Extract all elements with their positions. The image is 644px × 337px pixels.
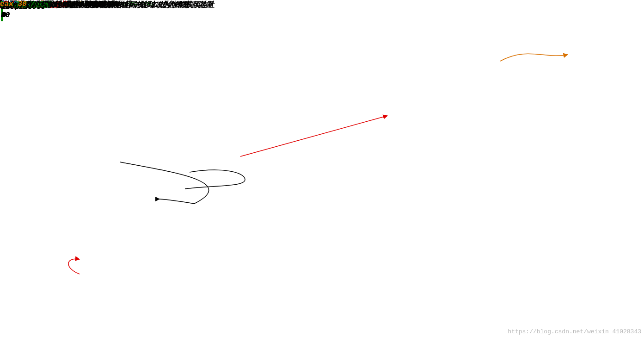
watermark: https://blog.csdn.net/weixin_41028343	[508, 328, 641, 335]
svg-line-0	[240, 116, 387, 156]
arrow-layer	[0, 0, 644, 337]
diagram-canvas: int sum(int a, int b) { ================…	[0, 0, 644, 337]
eax-label: eax 30	[0, 0, 27, 8]
